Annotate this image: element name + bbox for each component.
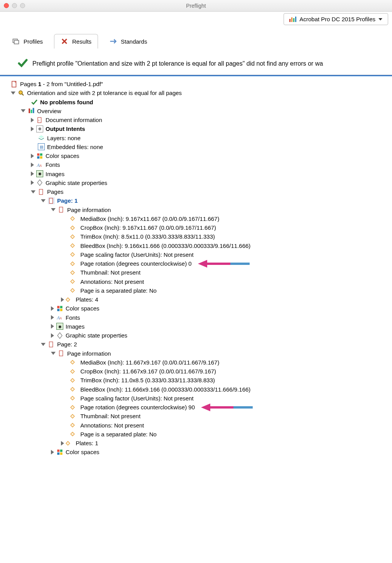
page1-colorspaces-node[interactable]: Color spaces <box>3 304 389 313</box>
diamond-icon <box>70 243 74 248</box>
page1-images-node[interactable]: ◉ Images <box>3 322 389 331</box>
disclosure-right-icon[interactable] <box>61 297 64 302</box>
disclosure-right-icon[interactable] <box>31 154 34 158</box>
disclosure-right-icon[interactable] <box>31 180 34 185</box>
colorspaces-node[interactable]: Color spaces <box>3 151 389 160</box>
page2-bleedbox: BleedBox (Inch): 11.666x9.166 (0.000333/… <box>3 385 389 394</box>
disclosure-down-icon[interactable] <box>41 343 46 346</box>
page1-fonts-label: Fonts <box>66 313 80 322</box>
output-intents-icon: ⊕ <box>36 125 43 132</box>
traffic-lights <box>4 3 25 8</box>
disclosure-right-icon[interactable] <box>61 441 64 446</box>
check-icon <box>31 98 38 105</box>
disclosure-right-icon[interactable] <box>51 306 54 311</box>
tab-results[interactable]: Results <box>54 34 98 49</box>
profile-set-dropdown[interactable]: Acrobat Pro DC 2015 Profiles <box>284 13 388 25</box>
graphicstate-node[interactable]: Graphic state properties <box>3 178 389 187</box>
layers-icon <box>38 134 45 141</box>
status-message: Preflight profile "Orientation and size … <box>32 60 323 67</box>
embedded-label: Embedded files: none <box>47 142 103 151</box>
tree-profile[interactable]: Orientation and size with 2 pt tolerance… <box>3 88 389 97</box>
tab-profiles[interactable]: Profiles <box>5 34 49 49</box>
svg-rect-20 <box>60 306 63 308</box>
page1-info-node[interactable]: Page information <box>3 205 389 214</box>
embedded-files-icon: ▤ <box>38 143 45 150</box>
disclosure-down-icon[interactable] <box>31 190 35 193</box>
page1-node[interactable]: Page: 1 <box>3 196 389 205</box>
disclosure-right-icon[interactable] <box>31 163 34 167</box>
overview-node[interactable]: Overview <box>3 107 389 115</box>
svg-line-4 <box>22 93 24 95</box>
page2-colorspaces-node[interactable]: Color spaces <box>3 448 389 456</box>
disclosure-right-icon[interactable] <box>51 324 54 329</box>
diamond-icon <box>70 405 74 409</box>
disclosure-right-icon[interactable] <box>31 171 34 176</box>
disclosure-right-icon[interactable] <box>31 127 34 131</box>
page2-plates-label: Plates: 1 <box>76 439 98 448</box>
tree-header[interactable]: Pages 1 - 2 from "Untitled-1.pdf" <box>3 80 389 88</box>
page2-rotation: Page rotation (degrees counterclockwise)… <box>3 403 389 412</box>
disclosure-down-icon[interactable] <box>21 109 25 112</box>
pdf-page-icon <box>48 197 55 204</box>
svg-rect-19 <box>57 306 59 308</box>
diamond-icon <box>70 270 74 275</box>
results-tree: Pages 1 - 2 from "Untitled-1.pdf" Orient… <box>0 76 392 465</box>
disclosure-down-icon[interactable] <box>51 352 56 355</box>
page2-plates-node[interactable]: Plates: 1 <box>3 439 389 448</box>
svg-rect-29 <box>57 453 59 455</box>
docinfo-node[interactable]: λ Document information <box>3 115 389 124</box>
fonts-node[interactable]: AA Fonts <box>3 160 389 169</box>
page1-mediabox: MediaBox (Inch): 9.167x11.667 (0.0/0.0/9… <box>3 214 389 223</box>
tab-standards[interactable]: Standards <box>103 34 154 49</box>
pages-node[interactable]: Pages <box>3 187 389 196</box>
profile-set-label: Acrobat Pro DC 2015 Profiles <box>299 16 375 22</box>
page2-thumb: Thumbnail: Not present <box>3 412 389 421</box>
page1-plates-node[interactable]: Plates: 4 <box>3 295 389 304</box>
tab-row: Profiles Results Standards <box>0 31 392 49</box>
page2-node[interactable]: Page: 2 <box>3 340 389 349</box>
page1-graphicstate-node[interactable]: Graphic state properties <box>3 331 389 340</box>
fonts-label: Fonts <box>46 160 60 169</box>
disclosure-down-icon[interactable] <box>11 92 15 95</box>
svg-rect-12 <box>37 156 39 158</box>
page2-trimbox: TrimBox (Inch): 11.0x8.5 (0.333/0.333/11… <box>3 376 389 385</box>
results-tab-icon <box>61 37 68 45</box>
disclosure-right-icon[interactable] <box>31 118 34 122</box>
svg-rect-25 <box>49 342 53 347</box>
page2-info-node[interactable]: Page information <box>3 349 389 358</box>
disclosure-down-icon[interactable] <box>41 199 46 202</box>
disclosure-down-icon[interactable] <box>51 208 56 211</box>
page1-rotation: Page rotation (degrees counterclockwise)… <box>3 259 389 268</box>
no-problems-label: No problems found <box>40 98 93 107</box>
disclosure-right-icon[interactable] <box>51 315 54 320</box>
page1-annots: Annotations: Not present <box>3 277 389 286</box>
overview-label: Overview <box>37 107 61 115</box>
svg-text:λ: λ <box>38 119 39 122</box>
window-titlebar: Preflight <box>0 0 392 12</box>
pdf-page-icon <box>58 350 65 357</box>
page1-trimbox: TrimBox (Inch): 8.5x11.0 (0.333/0.333/8.… <box>3 232 389 241</box>
no-problems-row: No problems found <box>3 98 389 107</box>
minimize-window-button[interactable] <box>12 3 17 8</box>
graphic-state-icon <box>36 179 43 186</box>
page1-cropbox: CropBox (Inch): 9.167x11.667 (0.0/0.0/9.… <box>3 223 389 232</box>
diamond-icon <box>70 396 74 400</box>
page2-info-label: Page information <box>67 349 111 358</box>
svg-rect-1 <box>14 41 19 44</box>
diamond-icon <box>70 414 74 418</box>
disclosure-right-icon[interactable] <box>51 333 54 338</box>
close-window-button[interactable] <box>4 3 9 8</box>
tab-results-label: Results <box>72 38 91 45</box>
svg-text:A: A <box>59 316 62 320</box>
page1-fonts-node[interactable]: AA Fonts <box>3 313 389 322</box>
images-node[interactable]: ◉ Images <box>3 170 389 178</box>
disclosure-right-icon[interactable] <box>51 450 54 454</box>
zoom-window-button[interactable] <box>20 3 25 8</box>
svg-rect-10 <box>37 153 39 156</box>
embedded-node: ▤ Embedded files: none <box>3 142 389 151</box>
page1-graphicstate-label: Graphic state properties <box>66 331 127 340</box>
svg-rect-21 <box>57 309 59 311</box>
output-intents-node[interactable]: ⊕ Output Intents <box>3 124 389 133</box>
success-check-icon <box>18 58 28 70</box>
svg-rect-7 <box>33 108 34 114</box>
